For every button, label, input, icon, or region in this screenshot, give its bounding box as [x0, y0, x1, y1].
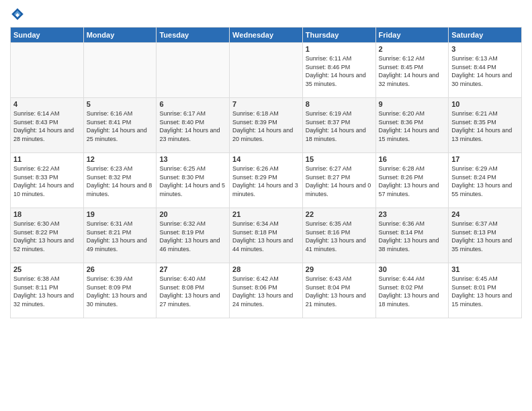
- calendar-day-header: Tuesday: [157, 28, 230, 43]
- day-info: Sunrise: 6:32 AM Sunset: 8:19 PM Dayligh…: [159, 220, 226, 253]
- calendar-cell: 28Sunrise: 6:42 AM Sunset: 8:06 PM Dayli…: [230, 263, 303, 318]
- day-number: 25: [13, 265, 81, 273]
- day-info: Sunrise: 6:17 AM Sunset: 8:40 PM Dayligh…: [159, 109, 226, 143]
- calendar-cell: 29Sunrise: 6:43 AM Sunset: 8:04 PM Dayli…: [302, 263, 375, 318]
- day-number: 10: [451, 100, 519, 108]
- day-info: Sunrise: 6:35 AM Sunset: 8:16 PM Dayligh…: [306, 220, 373, 253]
- calendar-day-header: Wednesday: [230, 28, 303, 43]
- day-info: Sunrise: 6:20 AM Sunset: 8:36 PM Dayligh…: [379, 109, 446, 143]
- day-info: Sunrise: 6:38 AM Sunset: 8:11 PM Dayligh…: [13, 275, 81, 308]
- calendar-cell: 17Sunrise: 6:29 AM Sunset: 8:24 PM Dayli…: [449, 153, 522, 208]
- day-number: 24: [451, 210, 519, 218]
- day-info: Sunrise: 6:45 AM Sunset: 8:01 PM Dayligh…: [451, 275, 519, 308]
- calendar-cell: 22Sunrise: 6:35 AM Sunset: 8:16 PM Dayli…: [302, 208, 375, 263]
- day-number: 17: [451, 155, 519, 163]
- day-number: 14: [232, 155, 300, 163]
- day-info: Sunrise: 6:29 AM Sunset: 8:24 PM Dayligh…: [451, 165, 519, 198]
- day-info: Sunrise: 6:12 AM Sunset: 8:45 PM Dayligh…: [379, 54, 446, 88]
- page: SundayMondayTuesdayWednesdayThursdayFrid…: [0, 0, 532, 411]
- day-info: Sunrise: 6:30 AM Sunset: 8:22 PM Dayligh…: [13, 220, 81, 253]
- day-info: Sunrise: 6:25 AM Sunset: 8:30 PM Dayligh…: [159, 165, 226, 198]
- calendar-cell: 23Sunrise: 6:36 AM Sunset: 8:14 PM Dayli…: [375, 208, 449, 263]
- calendar-cell: 19Sunrise: 6:31 AM Sunset: 8:21 PM Dayli…: [83, 208, 157, 263]
- calendar-week-row: 18Sunrise: 6:30 AM Sunset: 8:22 PM Dayli…: [11, 208, 522, 263]
- calendar-table: SundayMondayTuesdayWednesdayThursdayFrid…: [10, 27, 522, 318]
- calendar-cell: [83, 43, 157, 98]
- calendar-cell: 10Sunrise: 6:21 AM Sunset: 8:35 PM Dayli…: [449, 98, 522, 153]
- calendar-cell: 31Sunrise: 6:45 AM Sunset: 8:01 PM Dayli…: [449, 263, 522, 318]
- calendar-cell: 26Sunrise: 6:39 AM Sunset: 8:09 PM Dayli…: [83, 263, 157, 318]
- calendar-day-header: Friday: [375, 28, 449, 43]
- day-info: Sunrise: 6:27 AM Sunset: 8:27 PM Dayligh…: [306, 165, 373, 198]
- calendar-header-row: SundayMondayTuesdayWednesdayThursdayFrid…: [11, 28, 522, 43]
- day-number: 23: [379, 210, 446, 218]
- day-number: 2: [379, 45, 446, 53]
- day-number: 19: [87, 210, 154, 218]
- day-info: Sunrise: 6:11 AM Sunset: 8:46 PM Dayligh…: [306, 54, 373, 88]
- day-number: 26: [87, 265, 154, 273]
- day-info: Sunrise: 6:43 AM Sunset: 8:04 PM Dayligh…: [306, 275, 373, 308]
- day-info: Sunrise: 6:19 AM Sunset: 8:37 PM Dayligh…: [306, 109, 373, 143]
- calendar-cell: 9Sunrise: 6:20 AM Sunset: 8:36 PM Daylig…: [375, 98, 449, 153]
- day-number: 22: [306, 210, 373, 218]
- day-number: 5: [87, 100, 154, 108]
- day-info: Sunrise: 6:21 AM Sunset: 8:35 PM Dayligh…: [451, 109, 519, 143]
- logo-icon: [10, 7, 25, 21]
- calendar-cell: 7Sunrise: 6:18 AM Sunset: 8:39 PM Daylig…: [230, 98, 303, 153]
- day-number: 1: [306, 45, 373, 53]
- day-info: Sunrise: 6:14 AM Sunset: 8:43 PM Dayligh…: [13, 109, 81, 143]
- calendar-cell: 21Sunrise: 6:34 AM Sunset: 8:18 PM Dayli…: [230, 208, 303, 263]
- day-info: Sunrise: 6:39 AM Sunset: 8:09 PM Dayligh…: [87, 275, 154, 308]
- day-info: Sunrise: 6:18 AM Sunset: 8:39 PM Dayligh…: [232, 109, 300, 143]
- day-number: 9: [379, 100, 446, 108]
- calendar-cell: [157, 43, 230, 98]
- day-number: 30: [379, 265, 446, 273]
- day-info: Sunrise: 6:31 AM Sunset: 8:21 PM Dayligh…: [87, 220, 154, 253]
- day-info: Sunrise: 6:42 AM Sunset: 8:06 PM Dayligh…: [232, 275, 300, 308]
- day-number: 27: [159, 265, 226, 273]
- calendar-cell: 14Sunrise: 6:26 AM Sunset: 8:29 PM Dayli…: [230, 153, 303, 208]
- calendar-cell: 6Sunrise: 6:17 AM Sunset: 8:40 PM Daylig…: [157, 98, 230, 153]
- calendar-cell: 30Sunrise: 6:44 AM Sunset: 8:02 PM Dayli…: [375, 263, 449, 318]
- calendar-week-row: 25Sunrise: 6:38 AM Sunset: 8:11 PM Dayli…: [11, 263, 522, 318]
- calendar-day-header: Saturday: [449, 28, 522, 43]
- calendar-cell: 12Sunrise: 6:23 AM Sunset: 8:32 PM Dayli…: [83, 153, 157, 208]
- calendar-cell: 5Sunrise: 6:16 AM Sunset: 8:41 PM Daylig…: [83, 98, 157, 153]
- calendar-cell: 4Sunrise: 6:14 AM Sunset: 8:43 PM Daylig…: [11, 98, 84, 153]
- calendar-cell: [230, 43, 303, 98]
- day-number: 29: [306, 265, 373, 273]
- calendar-week-row: 4Sunrise: 6:14 AM Sunset: 8:43 PM Daylig…: [11, 98, 522, 153]
- day-number: 15: [306, 155, 373, 163]
- day-info: Sunrise: 6:37 AM Sunset: 8:13 PM Dayligh…: [451, 220, 519, 253]
- calendar-cell: 25Sunrise: 6:38 AM Sunset: 8:11 PM Dayli…: [11, 263, 84, 318]
- calendar-day-header: Sunday: [11, 28, 84, 43]
- day-number: 31: [451, 265, 519, 273]
- calendar-day-header: Monday: [83, 28, 157, 43]
- calendar-cell: 3Sunrise: 6:13 AM Sunset: 8:44 PM Daylig…: [449, 43, 522, 98]
- calendar-cell: 2Sunrise: 6:12 AM Sunset: 8:45 PM Daylig…: [375, 43, 449, 98]
- day-number: 12: [87, 155, 154, 163]
- day-number: 28: [232, 265, 300, 273]
- day-number: 11: [13, 155, 81, 163]
- day-info: Sunrise: 6:23 AM Sunset: 8:32 PM Dayligh…: [87, 165, 154, 198]
- day-info: Sunrise: 6:34 AM Sunset: 8:18 PM Dayligh…: [232, 220, 300, 253]
- calendar-week-row: 11Sunrise: 6:22 AM Sunset: 8:33 PM Dayli…: [11, 153, 522, 208]
- header: [10, 7, 522, 21]
- day-number: 18: [13, 210, 81, 218]
- day-number: 21: [232, 210, 300, 218]
- calendar-cell: 11Sunrise: 6:22 AM Sunset: 8:33 PM Dayli…: [11, 153, 84, 208]
- day-info: Sunrise: 6:28 AM Sunset: 8:26 PM Dayligh…: [379, 165, 446, 198]
- day-info: Sunrise: 6:13 AM Sunset: 8:44 PM Dayligh…: [451, 54, 519, 88]
- day-info: Sunrise: 6:26 AM Sunset: 8:29 PM Dayligh…: [232, 165, 300, 198]
- day-number: 20: [159, 210, 226, 218]
- calendar-cell: 8Sunrise: 6:19 AM Sunset: 8:37 PM Daylig…: [302, 98, 375, 153]
- day-info: Sunrise: 6:40 AM Sunset: 8:08 PM Dayligh…: [159, 275, 226, 308]
- day-number: 8: [306, 100, 373, 108]
- day-info: Sunrise: 6:44 AM Sunset: 8:02 PM Dayligh…: [379, 275, 446, 308]
- calendar-cell: 1Sunrise: 6:11 AM Sunset: 8:46 PM Daylig…: [302, 43, 375, 98]
- calendar-cell: 20Sunrise: 6:32 AM Sunset: 8:19 PM Dayli…: [157, 208, 230, 263]
- calendar-week-row: 1Sunrise: 6:11 AM Sunset: 8:46 PM Daylig…: [11, 43, 522, 98]
- day-info: Sunrise: 6:16 AM Sunset: 8:41 PM Dayligh…: [87, 109, 154, 143]
- calendar-cell: 24Sunrise: 6:37 AM Sunset: 8:13 PM Dayli…: [449, 208, 522, 263]
- day-number: 6: [159, 100, 226, 108]
